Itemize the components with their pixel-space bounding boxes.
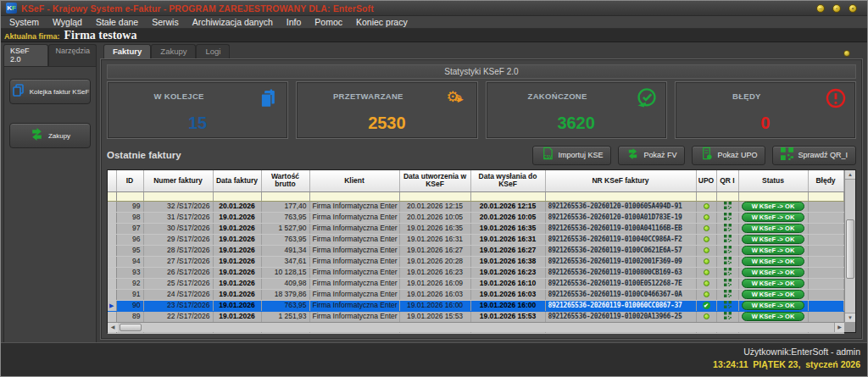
qr-code-icon <box>724 312 732 319</box>
scroll-down-icon[interactable]: ▼ <box>845 313 855 322</box>
col-wartosc-brutto[interactable]: Wartość brutto <box>261 170 309 191</box>
cell-brutto: 18 379,86 <box>261 289 309 300</box>
vertical-scrollbar[interactable]: ▲ ▼ <box>844 170 855 322</box>
cell-numer: 22 /S17/2026 <box>143 311 213 322</box>
error-circle-icon <box>825 87 847 109</box>
grid-header-row: ID Numer faktury Data faktury Wartość br… <box>108 170 843 191</box>
show-fv-button[interactable]: Pokaż FV <box>618 146 685 165</box>
sidebar-tab-ksef[interactable]: KSeF 2.0 <box>3 44 48 66</box>
help-icon[interactable] <box>843 50 850 57</box>
grid-filter-row[interactable] <box>108 191 843 201</box>
menu-koniec-pracy[interactable]: Koniec pracy <box>356 17 408 27</box>
cell-klient: Firma Informatyczna Enter <box>309 278 399 289</box>
col-qr[interactable]: QR I <box>716 170 738 191</box>
status-user: Użytkownik:EnterSoft - admin <box>1 347 860 357</box>
horizontal-scroll-thumb[interactable] <box>120 324 142 331</box>
cell-wyslania: 20.01.2026 12:15 <box>470 201 545 212</box>
cell-numer: 29 /S17/2026 <box>143 234 213 245</box>
upo-ok-icon <box>704 291 709 297</box>
scroll-left-icon[interactable]: ◀ <box>108 323 118 332</box>
cell-bledy <box>808 223 843 234</box>
minimize-icon[interactable]: – <box>816 4 825 13</box>
table-row[interactable]: ▶ 98 31 /S17/2026 19.01.2026 763,95 Firm… <box>108 212 843 223</box>
cell-data-faktury: 19.01.2026 <box>213 311 261 322</box>
status-badge: W KSeF -> OK <box>742 268 804 277</box>
col-numer-faktury[interactable]: Numer faktury <box>143 170 213 191</box>
table-row[interactable]: ▶ 89 22 /S17/2026 19.01.2026 1 251,93 Fi… <box>108 311 843 322</box>
stat-w-kolejce-label: W KOLEJCE <box>108 91 250 101</box>
qr-code-icon <box>724 268 732 275</box>
col-nr-ksef[interactable]: NR KSeF faktury <box>545 170 696 191</box>
table-row[interactable]: ▶ 93 26 /S17/2026 19.01.2026 10 128,15 F… <box>108 267 843 278</box>
cell-qr <box>716 234 738 245</box>
table-row[interactable]: ▶ 97 30 /S17/2026 19.01.2026 1 527,90 Fi… <box>108 223 843 234</box>
cell-id: 98 <box>116 212 143 223</box>
cell-numer: 32 /S17/2026 <box>143 201 213 212</box>
sidebar-tab-narzedzia[interactable]: Narzędzia <box>48 44 97 66</box>
sidebar: KSeF 2.0 Narzędzia Kolejka faktur KSeF Z… <box>1 42 97 344</box>
scroll-up-icon[interactable]: ▲ <box>845 170 855 180</box>
cell-brutto: 347,61 <box>261 256 309 267</box>
table-row[interactable]: ▶ 90 23 /S17/2026 19.01.2026 763,95 Firm… <box>108 300 843 311</box>
close-icon[interactable]: × <box>849 4 857 13</box>
invoice-queue-button[interactable]: Kolejka faktur KSeF <box>9 79 91 104</box>
cell-klient: Firma Informatyczna Enter <box>309 300 399 311</box>
col-status[interactable]: Status <box>738 170 808 191</box>
table-row[interactable]: ▶ 94 27 /S17/2026 19.01.2026 347,61 Firm… <box>108 256 843 267</box>
table-row[interactable]: ▶ 92 25 /S17/2026 19.01.2026 409,98 Firm… <box>108 278 843 289</box>
cell-brutto: 409,98 <box>261 278 309 289</box>
tab-logi[interactable]: Logi <box>196 44 230 58</box>
cell-nr-ksef: 8921265536-20260119-0100E0512268-7E <box>545 278 696 289</box>
menu-pomoc[interactable]: Pomoc <box>314 17 342 27</box>
stats-group-title: Statystyki KSeF 2.0 <box>107 64 856 79</box>
table-row[interactable]: ▶ 91 24 /S17/2026 19.01.2026 18 379,86 F… <box>108 289 843 300</box>
invoice-grid: ID Numer faktury Data faktury Wartość br… <box>107 169 856 333</box>
col-data-utworzenia[interactable]: Data utworzenia w KSeF <box>399 170 470 191</box>
vertical-scroll-thumb[interactable] <box>846 219 854 279</box>
tab-zakupy[interactable]: Zakupy <box>151 44 196 58</box>
menu-wyglad[interactable]: Wygląd <box>53 17 82 27</box>
col-data-faktury[interactable]: Data faktury <box>213 170 261 191</box>
col-id[interactable]: ID <box>116 170 143 191</box>
check-qr-button[interactable]: Sprawdź QR_I <box>772 146 856 165</box>
cell-numer: 24 /S17/2026 <box>143 289 213 300</box>
cell-upo: ✔ <box>696 223 716 234</box>
cell-qr <box>716 267 738 278</box>
cell-wyslania: 19.01.2026 16:03 <box>470 289 545 300</box>
qr-code-icon <box>724 279 732 286</box>
purchases-button[interactable]: Zakupy <box>9 123 91 148</box>
col-klient[interactable]: Klient <box>309 170 399 191</box>
row-indicator-cell: ▶ <box>108 223 116 234</box>
maximize-icon[interactable]: ▫ <box>832 4 841 13</box>
show-upo-button[interactable]: Pokaż UPO <box>692 146 765 165</box>
show-fv-label: Pokaż FV <box>643 151 676 159</box>
menu-stale-dane[interactable]: Stałe dane <box>96 17 138 27</box>
menu-system[interactable]: System <box>9 17 39 27</box>
col-data-wyslania[interactable]: Data wysłania do KSeF <box>470 170 545 191</box>
scroll-right-icon[interactable]: ▶ <box>834 323 844 332</box>
col-upo[interactable]: UPO <box>696 170 716 191</box>
table-row[interactable]: ▶ 99 32 /S17/2026 20.01.2026 177,40 Firm… <box>108 201 843 212</box>
col-bledy[interactable]: Błędy <box>808 170 843 191</box>
horizontal-scrollbar[interactable]: ◀ ▶ <box>108 322 844 332</box>
sidebar-panel: Kolejka faktur KSeF Zakupy <box>3 66 97 349</box>
cell-nr-ksef: 8921265536-20260119-01002001F369-09 <box>545 256 696 267</box>
col-indicator <box>108 170 116 191</box>
qr-code-icon <box>781 147 793 164</box>
tab-faktury[interactable]: Faktury <box>103 44 151 58</box>
menu-serwis[interactable]: Serwis <box>152 17 179 27</box>
cell-utworzenia: 19.01.2026 15:53 <box>399 311 470 322</box>
cell-utworzenia: 19.01.2026 16:31 <box>399 234 470 245</box>
cell-utworzenia: 19.01.2026 16:27 <box>399 245 470 256</box>
upo-ok-icon <box>704 313 709 319</box>
faktury-page: Statystyki KSeF 2.0 W KOLEJCE 15 PRZETWA… <box>100 58 863 340</box>
cell-qr <box>716 212 738 223</box>
menu-archiwizacja[interactable]: Archiwizacja danych <box>192 17 273 27</box>
cell-brutto: 763,95 <box>261 300 309 311</box>
cell-wyslania: 20.01.2026 10:05 <box>470 212 545 223</box>
import-kse-button[interactable]: CSV Importuj KSE <box>532 146 611 165</box>
menu-info[interactable]: Info <box>287 17 302 27</box>
table-row[interactable]: ▶ 95 28 /S17/2026 19.01.2026 491,34 Firm… <box>108 245 843 256</box>
table-row[interactable]: ▶ 96 29 /S17/2026 19.01.2026 763,95 Firm… <box>108 234 843 245</box>
qr-code-icon <box>724 301 732 308</box>
